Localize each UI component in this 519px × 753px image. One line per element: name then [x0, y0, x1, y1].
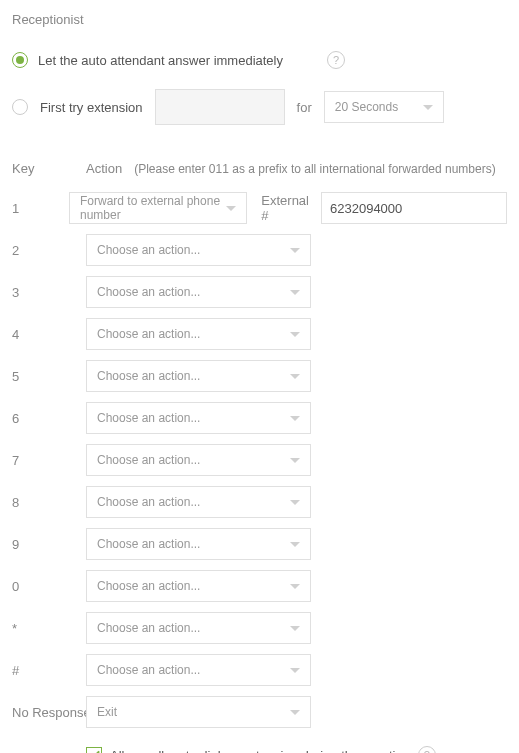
action-dropdown-7[interactable]: Choose an action...	[86, 444, 311, 476]
chevron-down-icon	[290, 626, 300, 631]
chevron-down-icon	[226, 206, 236, 211]
allow-dial-label: Allow callers to dial an extension durin…	[110, 748, 410, 754]
action-dropdown-8[interactable]: Choose an action...	[86, 486, 311, 518]
action-dropdown-hash[interactable]: Choose an action...	[86, 654, 311, 686]
action-dropdown-9[interactable]: Choose an action...	[86, 528, 311, 560]
key-label-9: 9	[12, 537, 86, 552]
chevron-down-icon	[290, 332, 300, 337]
action-dropdown-4[interactable]: Choose an action...	[86, 318, 311, 350]
external-number-input[interactable]	[321, 192, 507, 224]
action-dropdown-3-value: Choose an action...	[97, 285, 200, 299]
action-dropdown-0[interactable]: Choose an action...	[86, 570, 311, 602]
seconds-dropdown[interactable]: 20 Seconds	[324, 91, 444, 123]
key-label-6: 6	[12, 411, 86, 426]
action-dropdown-0-value: Choose an action...	[97, 579, 200, 593]
action-dropdown-5[interactable]: Choose an action...	[86, 360, 311, 392]
key-label-8: 8	[12, 495, 86, 510]
action-dropdown-5-value: Choose an action...	[97, 369, 200, 383]
action-dropdown-star-value: Choose an action...	[97, 621, 200, 635]
chevron-down-icon	[423, 105, 433, 110]
chevron-down-icon	[290, 290, 300, 295]
action-dropdown-9-value: Choose an action...	[97, 537, 200, 551]
help-icon[interactable]: ?	[327, 51, 345, 69]
action-dropdown-4-value: Choose an action...	[97, 327, 200, 341]
col-header-action: Action	[86, 161, 122, 176]
col-header-key: Key	[12, 161, 86, 176]
no-response-label: No Response	[12, 705, 86, 720]
radio-auto-answer[interactable]	[12, 52, 28, 68]
key-label-3: 3	[12, 285, 86, 300]
radio-first-try-extension-label: First try extension	[40, 100, 143, 115]
chevron-down-icon	[290, 710, 300, 715]
action-dropdown-star[interactable]: Choose an action...	[86, 612, 311, 644]
key-label-4: 4	[12, 327, 86, 342]
key-label-7: 7	[12, 453, 86, 468]
seconds-dropdown-value: 20 Seconds	[335, 100, 398, 114]
action-dropdown-1-value: Forward to external phone number	[80, 194, 226, 222]
chevron-down-icon	[290, 458, 300, 463]
action-dropdown-2-value: Choose an action...	[97, 243, 200, 257]
chevron-down-icon	[290, 668, 300, 673]
action-dropdown-2[interactable]: Choose an action...	[86, 234, 311, 266]
action-dropdown-8-value: Choose an action...	[97, 495, 200, 509]
chevron-down-icon	[290, 584, 300, 589]
chevron-down-icon	[290, 374, 300, 379]
radio-first-try-extension[interactable]	[12, 99, 28, 115]
chevron-down-icon	[290, 416, 300, 421]
action-dropdown-1[interactable]: Forward to external phone number	[69, 192, 247, 224]
help-icon[interactable]: ?	[418, 746, 436, 753]
key-label-0: 0	[12, 579, 86, 594]
action-dropdown-hash-value: Choose an action...	[97, 663, 200, 677]
chevron-down-icon	[290, 248, 300, 253]
for-label: for	[297, 100, 312, 115]
chevron-down-icon	[290, 500, 300, 505]
allow-dial-checkbox[interactable]	[86, 747, 102, 753]
chevron-down-icon	[290, 542, 300, 547]
action-dropdown-3[interactable]: Choose an action...	[86, 276, 311, 308]
action-dropdown-6[interactable]: Choose an action...	[86, 402, 311, 434]
first-try-extension-input[interactable]	[155, 89, 285, 125]
key-label-2: 2	[12, 243, 86, 258]
intl-hint: (Please enter 011 as a prefix to all int…	[134, 162, 496, 176]
section-title: Receptionist	[12, 12, 507, 27]
key-label-star: *	[12, 621, 86, 636]
external-number-label: External #	[247, 193, 321, 223]
radio-auto-answer-label: Let the auto attendant answer immediatel…	[38, 53, 283, 68]
key-label-1: 1	[12, 201, 69, 216]
action-dropdown-6-value: Choose an action...	[97, 411, 200, 425]
no-response-dropdown[interactable]: Exit	[86, 696, 311, 728]
action-dropdown-7-value: Choose an action...	[97, 453, 200, 467]
no-response-dropdown-value: Exit	[97, 705, 117, 719]
key-label-5: 5	[12, 369, 86, 384]
key-label-hash: #	[12, 663, 86, 678]
